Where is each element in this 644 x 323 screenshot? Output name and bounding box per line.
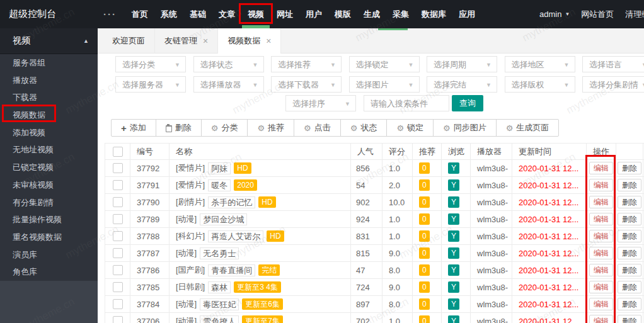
toolbar-button-4[interactable]: 点击 bbox=[294, 119, 341, 137]
top-nav-item-8[interactable]: 生成 bbox=[357, 0, 386, 28]
filter-select-r1-6[interactable]: 选择语言 bbox=[582, 56, 644, 72]
more-icon[interactable]: ··· bbox=[103, 9, 117, 20]
filter-select-r2-4[interactable]: 选择完结 bbox=[427, 76, 497, 93]
top-nav-item-11[interactable]: 应用 bbox=[452, 0, 481, 28]
toolbar-button-3[interactable]: 推荐 bbox=[247, 119, 294, 137]
delete-button[interactable]: 删除 bbox=[618, 281, 641, 293]
top-nav-item-9[interactable]: 采集 bbox=[386, 0, 415, 28]
delete-button[interactable]: 删除 bbox=[618, 213, 641, 225]
filter-select-r1-1[interactable]: 选择状态 bbox=[193, 56, 264, 72]
edit-button[interactable]: 编辑 bbox=[589, 264, 613, 276]
edit-cell: 编辑 bbox=[587, 279, 616, 295]
filter-select-r1-2[interactable]: 选择推荐 bbox=[271, 56, 342, 72]
sidebar-item-0[interactable]: 服务器组 bbox=[0, 54, 98, 72]
toolbar-button-5[interactable]: 状态 bbox=[340, 119, 388, 137]
sidebar-item-4[interactable]: 添加视频 bbox=[0, 124, 98, 142]
edit-button[interactable]: 编辑 bbox=[589, 230, 613, 242]
sort-select[interactable]: 选择排序 bbox=[285, 95, 356, 111]
sidebar-item-6[interactable]: 已锁定视频 bbox=[0, 159, 98, 176]
user-menu[interactable]: admin ▼ bbox=[539, 9, 570, 19]
filter-select-r2-2[interactable]: 选择下载器 bbox=[271, 76, 342, 93]
table-row-1: 37791[爱情片]暖冬2020542.00Ywlm3u8-2020-01-31… bbox=[105, 177, 644, 194]
close-icon[interactable] bbox=[266, 28, 271, 54]
row-checkbox[interactable] bbox=[113, 180, 123, 190]
select-all-checkbox[interactable] bbox=[113, 147, 123, 157]
sidebar-item-7[interactable]: 未审核视频 bbox=[0, 176, 98, 194]
filter-select-r2-5[interactable]: 选择版权 bbox=[505, 76, 575, 93]
row-checkbox[interactable] bbox=[113, 163, 123, 173]
filter-select-r1-0[interactable]: 选择分类 bbox=[115, 56, 186, 72]
tab-0[interactable]: 欢迎页面 bbox=[103, 28, 155, 54]
recommend-badge: 0 bbox=[419, 162, 430, 174]
filter-select-r2-1[interactable]: 选择播放器 bbox=[193, 76, 264, 93]
delete-button[interactable]: 删除 bbox=[618, 315, 641, 323]
sidebar-item-9[interactable]: 批量操作视频 bbox=[0, 211, 98, 229]
top-nav-item-6[interactable]: 用户 bbox=[299, 0, 328, 28]
sidebar-item-2[interactable]: 下载器 bbox=[0, 89, 98, 106]
top-nav-item-1[interactable]: 系统 bbox=[154, 0, 183, 28]
filter-select-r1-5[interactable]: 选择地区 bbox=[505, 56, 575, 72]
view-cell: Y bbox=[442, 245, 471, 261]
filter-select-r2-0[interactable]: 选择服务器 bbox=[115, 76, 186, 93]
tab-1[interactable]: 友链管理 bbox=[155, 28, 218, 54]
edit-button[interactable]: 编辑 bbox=[589, 315, 613, 323]
toolbar-button-8[interactable]: 生成页面 bbox=[496, 119, 560, 137]
filter-select-r2-6[interactable]: 选择分集剧情 bbox=[582, 76, 644, 93]
delete-button[interactable]: 删除 bbox=[618, 230, 641, 242]
toolbar-button-6[interactable]: 锁定 bbox=[386, 119, 434, 137]
sidebar-item-3[interactable]: 视频数据 bbox=[0, 106, 98, 124]
tab-2[interactable]: 视频数据 bbox=[218, 28, 281, 54]
filter-select-r1-4[interactable]: 选择周期 bbox=[427, 56, 497, 72]
filter-select-r2-3[interactable]: 选择图片 bbox=[349, 76, 420, 93]
top-link-0[interactable]: 网站首页 bbox=[581, 9, 614, 20]
edit-button[interactable]: 编辑 bbox=[589, 162, 613, 174]
top-nav-item-7[interactable]: 模版 bbox=[328, 0, 357, 28]
sidebar-item-1[interactable]: 播放器 bbox=[0, 72, 98, 89]
top-nav-item-4[interactable]: 视频 bbox=[241, 0, 270, 28]
row-checkbox[interactable] bbox=[113, 299, 123, 309]
toolbar-button-0[interactable]: 添加 bbox=[111, 119, 156, 137]
row-checkbox[interactable] bbox=[113, 214, 123, 224]
row-checkbox[interactable] bbox=[113, 282, 123, 292]
sidebar-header-video[interactable]: 视频 ▲ bbox=[0, 28, 98, 54]
hits-cell: 902 bbox=[351, 194, 382, 210]
video-category: [爱情片] bbox=[176, 179, 205, 191]
edit-button[interactable]: 编辑 bbox=[589, 213, 613, 225]
toolbar-button-7[interactable]: 同步图片 bbox=[433, 119, 497, 137]
row-checkbox[interactable] bbox=[113, 248, 123, 258]
delete-button[interactable]: 删除 bbox=[618, 162, 641, 174]
delete-button[interactable]: 删除 bbox=[618, 247, 641, 259]
search-button[interactable]: 查询 bbox=[452, 95, 483, 111]
row-checkbox[interactable] bbox=[113, 316, 123, 323]
sidebar-item-12[interactable]: 角色库 bbox=[0, 263, 98, 281]
close-icon[interactable] bbox=[203, 28, 208, 54]
sidebar-item-11[interactable]: 演员库 bbox=[0, 246, 98, 264]
sidebar-item-8[interactable]: 有分集剧情 bbox=[0, 194, 98, 212]
top-nav-item-0[interactable]: 首页 bbox=[125, 0, 154, 28]
toolbar-button-2[interactable]: 分类 bbox=[201, 119, 248, 137]
edit-button[interactable]: 编辑 bbox=[589, 179, 613, 191]
sidebar-item-10[interactable]: 重名视频数据 bbox=[0, 229, 98, 246]
edit-button[interactable]: 编辑 bbox=[589, 247, 613, 259]
sidebar-item-5[interactable]: 无地址视频 bbox=[0, 141, 98, 159]
recommend-badge: 0 bbox=[419, 247, 430, 259]
top-nav-item-2[interactable]: 基础 bbox=[183, 0, 212, 28]
delete-button[interactable]: 删除 bbox=[618, 298, 641, 310]
edit-button[interactable]: 编辑 bbox=[589, 281, 613, 293]
toolbar-button-1[interactable]: 删除 bbox=[156, 119, 202, 137]
edit-button[interactable]: 编辑 bbox=[589, 298, 613, 310]
search-input[interactable] bbox=[364, 95, 449, 111]
top-nav-item-3[interactable]: 文章 bbox=[212, 0, 241, 28]
top-link-1[interactable]: 清理缓存 bbox=[625, 9, 644, 20]
row-checkbox-cell bbox=[105, 313, 130, 323]
top-nav-item-10[interactable]: 数据库 bbox=[415, 0, 452, 28]
edit-button[interactable]: 编辑 bbox=[589, 196, 613, 208]
delete-button[interactable]: 删除 bbox=[618, 264, 641, 276]
delete-button[interactable]: 删除 bbox=[618, 196, 641, 208]
filter-select-r1-3[interactable]: 选择锁定 bbox=[349, 56, 420, 72]
top-nav-item-5[interactable]: 网址 bbox=[270, 0, 299, 28]
row-checkbox[interactable] bbox=[113, 197, 123, 207]
row-checkbox[interactable] bbox=[113, 231, 123, 241]
delete-button[interactable]: 删除 bbox=[618, 179, 641, 191]
row-checkbox[interactable] bbox=[113, 265, 123, 275]
